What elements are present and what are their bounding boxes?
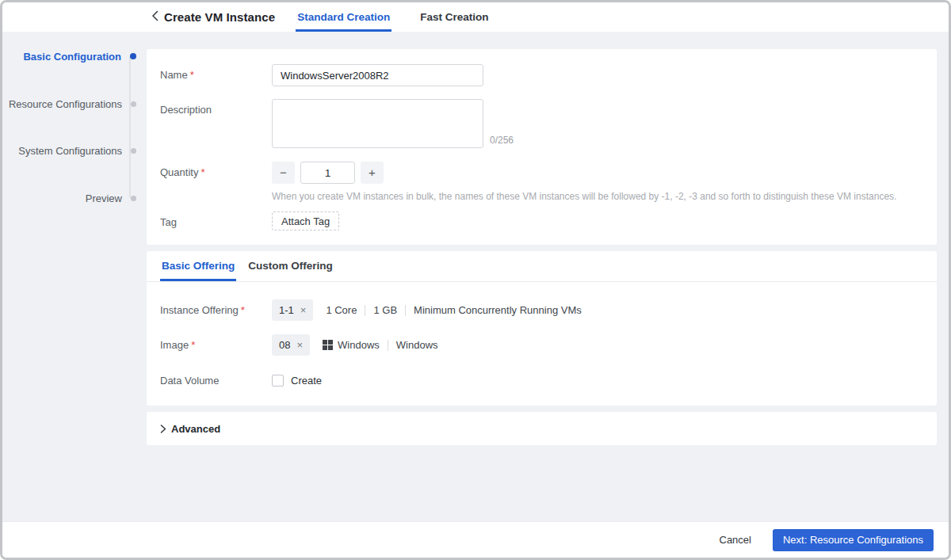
name-label: Name* — [160, 64, 272, 81]
chip-text: 1-1 — [279, 304, 294, 316]
attach-tag-button[interactable]: Attach Tag — [272, 211, 339, 230]
step-dot — [131, 148, 136, 154]
detail-policy: Minimum Concurrently Running VMs — [414, 304, 582, 316]
footer-bar: Cancel Next: Resource Configurations — [2, 521, 949, 558]
tag-label: Tag — [160, 211, 272, 228]
detail-memory: 1 GB — [373, 304, 397, 316]
create-data-volume-checkbox[interactable] — [272, 375, 284, 387]
name-row: Name* — [160, 64, 923, 86]
image-chip[interactable]: 08 × — [272, 334, 310, 356]
quantity-help-text: When you create VM instances in bulk, th… — [272, 191, 896, 202]
chevron-right-icon — [160, 425, 166, 433]
windows-logo-icon — [323, 340, 333, 350]
step-preview[interactable]: Preview — [2, 190, 147, 206]
quantity-increase-button[interactable]: + — [361, 162, 384, 184]
create-checkbox-label: Create — [291, 370, 322, 387]
detail-platform: Windows — [396, 339, 438, 351]
step-label: Resource Configurations — [9, 98, 122, 110]
next-resource-configurations-button[interactable]: Next: Resource Configurations — [773, 529, 934, 551]
create-vm-window: Create VM Instance Standard Creation Fas… — [0, 0, 951, 560]
required-mark: * — [190, 69, 194, 81]
detail-os-type: Windows — [338, 339, 380, 351]
step-dot — [131, 196, 136, 201]
step-label: Basic Configuration — [23, 51, 121, 63]
step-resource-configurations[interactable]: Resource Configurations — [2, 96, 147, 112]
instance-offering-row: Instance Offering* 1-1 × 1 Core 1 GB Min… — [160, 299, 923, 321]
image-label: Image* — [160, 334, 272, 351]
required-mark: * — [191, 339, 195, 351]
instance-offering-chip[interactable]: 1-1 × — [272, 299, 313, 321]
quantity-label: Quantity* — [160, 162, 272, 178]
step-dot — [131, 101, 136, 107]
data-volume-label: Data Volume — [160, 370, 272, 387]
step-label: Preview — [86, 192, 122, 204]
chip-close-icon[interactable]: × — [296, 340, 303, 350]
description-row: Description 0/256 — [160, 99, 923, 148]
quantity-row: Quantity* − + When you create VM instanc… — [160, 162, 923, 202]
required-mark: * — [201, 166, 204, 178]
step-nav: Basic Configuration Resource Configurati… — [2, 32, 147, 521]
char-counter: 0/256 — [490, 135, 514, 146]
description-label: Description — [160, 99, 272, 116]
tab-fast-creation[interactable]: Fast Creation — [418, 2, 490, 32]
tab-custom-offering[interactable]: Custom Offering — [246, 251, 334, 281]
offering-card: Basic Offering Custom Offering Instance … — [147, 251, 937, 406]
tab-basic-offering[interactable]: Basic Offering — [160, 251, 236, 281]
basic-config-card: Name* Description 0/256 Quantity* − + Wh… — [147, 49, 937, 245]
cancel-button[interactable]: Cancel — [720, 534, 751, 546]
image-row: Image* 08 × Windows Windows — [160, 334, 923, 356]
advanced-toggle[interactable]: Advanced — [147, 412, 937, 445]
tab-standard-creation[interactable]: Standard Creation — [296, 2, 391, 32]
creation-mode-tabs: Standard Creation Fast Creation — [296, 2, 517, 32]
chip-close-icon[interactable]: × — [300, 305, 307, 315]
divider — [365, 305, 365, 316]
detail-cores: 1 Core — [326, 304, 357, 316]
required-mark: * — [241, 304, 245, 316]
step-label: System Configurations — [18, 145, 122, 157]
step-system-configurations[interactable]: System Configurations — [2, 143, 147, 158]
step-connector-line — [129, 56, 131, 198]
data-volume-row: Data Volume Create — [160, 370, 923, 387]
instance-offering-details: 1 Core 1 GB Minimum Concurrently Running… — [326, 299, 581, 321]
divider — [388, 340, 388, 351]
back-button[interactable] — [147, 2, 162, 32]
offering-tabs: Basic Offering Custom Offering — [147, 251, 937, 282]
name-input[interactable] — [272, 64, 483, 86]
page-title: Create VM Instance — [164, 2, 275, 32]
description-input[interactable] — [272, 99, 483, 148]
instance-offering-label: Instance Offering* — [160, 299, 272, 316]
quantity-decrease-button[interactable]: − — [272, 162, 295, 184]
quantity-control: − + When you create VM instances in bulk… — [272, 162, 896, 202]
chevron-left-icon — [151, 10, 158, 25]
divider — [405, 305, 406, 316]
image-details: Windows Windows — [323, 334, 438, 356]
main-content: Name* Description 0/256 Quantity* − + Wh… — [147, 32, 937, 521]
step-basic-configuration[interactable]: Basic Configuration — [2, 48, 147, 64]
chip-text: 08 — [279, 339, 290, 351]
step-dot — [130, 53, 136, 59]
quantity-stepper: − + — [272, 162, 896, 184]
page-header: Create VM Instance Standard Creation Fas… — [2, 2, 949, 32]
advanced-label: Advanced — [171, 423, 220, 435]
tag-row: Tag Attach Tag — [160, 211, 923, 230]
quantity-input[interactable] — [300, 162, 355, 184]
